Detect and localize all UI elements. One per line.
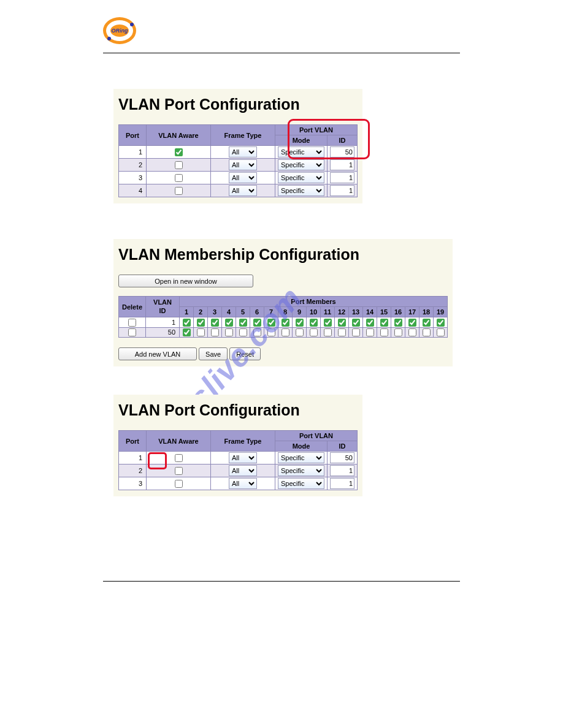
member-checkbox[interactable]: [394, 319, 402, 327]
member-checkbox[interactable]: [296, 328, 304, 336]
member-checkbox[interactable]: [423, 328, 431, 336]
member-checkbox[interactable]: [253, 319, 261, 327]
member-checkbox[interactable]: [239, 319, 247, 327]
mode-select[interactable]: Specific: [278, 172, 324, 183]
id-input[interactable]: [330, 465, 354, 476]
port-cell: 1: [119, 452, 147, 464]
member-checkbox[interactable]: [324, 328, 332, 336]
member-cell: [194, 327, 208, 338]
col-vlan-aware-2: VLAN Aware: [147, 431, 211, 452]
member-checkbox[interactable]: [253, 328, 261, 336]
membership-title: VLAN Membership Configuration: [118, 246, 448, 264]
member-checkbox[interactable]: [324, 319, 332, 327]
member-checkbox[interactable]: [408, 328, 416, 336]
member-checkbox[interactable]: [352, 319, 360, 327]
delete-checkbox[interactable]: [128, 328, 136, 336]
mode-select[interactable]: Specific: [278, 146, 324, 157]
mode-select[interactable]: Specific: [278, 452, 324, 463]
member-checkbox[interactable]: [437, 328, 445, 336]
member-checkbox[interactable]: [197, 328, 205, 336]
member-checkbox[interactable]: [380, 328, 388, 336]
vlan-aware-cell: [147, 464, 211, 477]
member-checkbox[interactable]: [267, 319, 275, 327]
member-checkbox[interactable]: [437, 319, 445, 327]
id-input[interactable]: [330, 159, 354, 170]
id-input[interactable]: [330, 185, 354, 196]
member-checkbox[interactable]: [225, 328, 233, 336]
vlan-aware-checkbox[interactable]: [175, 480, 183, 488]
member-checkbox[interactable]: [282, 328, 289, 336]
frame-type-select[interactable]: All: [229, 159, 257, 170]
member-checkbox[interactable]: [225, 319, 233, 327]
delete-checkbox[interactable]: [128, 319, 136, 327]
port-header: 16: [391, 307, 405, 317]
frame-type-select[interactable]: All: [229, 452, 257, 463]
member-cell: [391, 317, 405, 328]
member-checkbox[interactable]: [183, 319, 191, 327]
member-checkbox[interactable]: [380, 319, 388, 327]
member-checkbox[interactable]: [267, 328, 275, 336]
member-cell: [180, 317, 194, 328]
member-cell: [405, 317, 419, 328]
vlan-id-cell: 1: [146, 317, 180, 328]
member-cell: [236, 317, 250, 328]
member-checkbox[interactable]: [310, 328, 318, 336]
member-checkbox[interactable]: [197, 319, 205, 327]
open-new-window-button[interactable]: Open in new window: [118, 275, 253, 287]
member-checkbox[interactable]: [338, 328, 346, 336]
mode-select[interactable]: Specific: [278, 159, 324, 170]
mode-select[interactable]: Specific: [278, 465, 324, 476]
table-row: 2AllSpecific: [119, 159, 358, 172]
vlan-port-config-panel-2: VLAN Port Configuration Port VLAN Aware …: [113, 395, 362, 496]
vlan-aware-checkbox[interactable]: [175, 148, 183, 156]
vlan-aware-checkbox[interactable]: [175, 174, 183, 182]
member-checkbox[interactable]: [338, 319, 346, 327]
member-checkbox[interactable]: [239, 328, 247, 336]
member-checkbox[interactable]: [394, 328, 402, 336]
member-checkbox[interactable]: [296, 319, 304, 327]
panel2-title: VLAN Port Configuration: [118, 401, 358, 419]
save-button[interactable]: Save: [199, 347, 228, 360]
member-cell: [321, 317, 335, 328]
member-cell: [349, 317, 363, 328]
frame-type-select[interactable]: All: [229, 478, 257, 489]
col-port: Port: [119, 125, 147, 146]
frame-type-cell: All: [211, 452, 275, 464]
vlan-aware-checkbox[interactable]: [175, 161, 183, 169]
col-port-members: Port Members: [180, 297, 448, 307]
member-checkbox[interactable]: [282, 319, 289, 327]
reset-button[interactable]: Reset: [229, 347, 261, 360]
member-checkbox[interactable]: [211, 328, 219, 336]
frame-type-select[interactable]: All: [229, 146, 257, 157]
mode-select[interactable]: Specific: [278, 478, 324, 489]
frame-type-select[interactable]: All: [229, 172, 257, 183]
id-input[interactable]: [330, 478, 354, 489]
member-checkbox[interactable]: [352, 328, 360, 336]
vlan-membership-table: Delete VLAN ID Port Members 123456789101…: [118, 296, 448, 338]
id-cell: [327, 464, 358, 477]
vlan-aware-checkbox[interactable]: [175, 187, 183, 195]
member-checkbox[interactable]: [423, 319, 431, 327]
frame-type-select[interactable]: All: [229, 465, 257, 476]
vlan-id-cell: 50: [146, 327, 180, 338]
id-cell: [327, 477, 358, 490]
vlan-aware-checkbox[interactable]: [175, 467, 183, 475]
member-checkbox[interactable]: [211, 319, 219, 327]
member-checkbox[interactable]: [366, 319, 374, 327]
frame-type-select[interactable]: All: [229, 185, 257, 196]
id-input[interactable]: [330, 146, 354, 157]
add-new-vlan-button[interactable]: Add new VLAN: [118, 347, 197, 360]
port-cell: 1: [119, 146, 147, 159]
member-checkbox[interactable]: [366, 328, 374, 336]
id-input[interactable]: [330, 452, 354, 463]
id-input[interactable]: [330, 172, 354, 183]
member-checkbox[interactable]: [310, 319, 318, 327]
member-checkbox[interactable]: [183, 328, 191, 336]
vlan-aware-checkbox[interactable]: [175, 454, 183, 462]
col-frame-type: Frame Type: [211, 125, 275, 146]
member-checkbox[interactable]: [408, 319, 416, 327]
brand-logo: ORing: [103, 17, 136, 44]
mode-select[interactable]: Specific: [278, 185, 324, 196]
member-cell: [250, 327, 264, 338]
table-row: 3AllSpecific: [119, 477, 358, 490]
